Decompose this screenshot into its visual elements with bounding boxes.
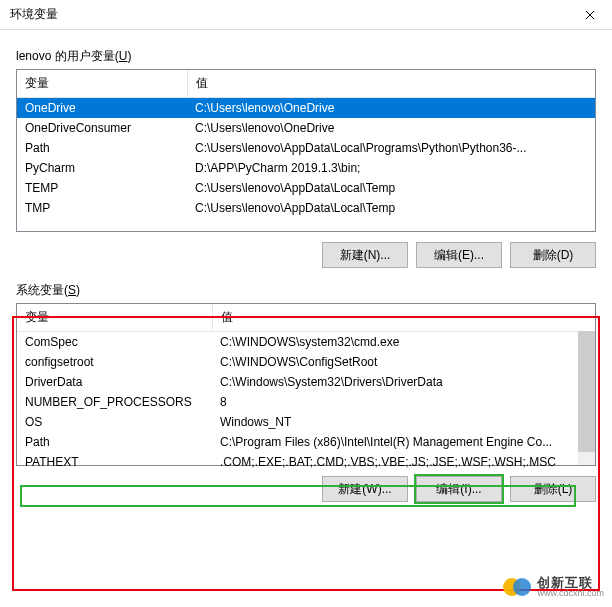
system-delete-button[interactable]: 删除(L) <box>510 476 596 502</box>
col-variable[interactable]: 变量 <box>17 304 212 332</box>
cell-variable: OneDrive <box>17 98 187 119</box>
close-button[interactable] <box>567 0 612 30</box>
cell-value: C:\Windows\System32\Drivers\DriverData <box>212 372 595 392</box>
table-row[interactable]: PathC:\Users\lenovo\AppData\Local\Progra… <box>17 138 595 158</box>
cell-value: C:\Users\lenovo\AppData\Local\Temp <box>187 178 595 198</box>
cell-variable: OS <box>17 412 212 432</box>
system-buttons: 新建(W)... 编辑(I)... 删除(L) <box>16 466 596 508</box>
cell-value: Windows_NT <box>212 412 595 432</box>
cell-variable: OneDriveConsumer <box>17 118 187 138</box>
cell-variable: TMP <box>17 198 187 218</box>
cell-value: C:\Users\lenovo\OneDrive <box>187 98 595 119</box>
table-row[interactable]: PathC:\Program Files (x86)\Intel\Intel(R… <box>17 432 595 452</box>
table-row[interactable]: TEMPC:\Users\lenovo\AppData\Local\Temp <box>17 178 595 198</box>
cell-variable: Path <box>17 138 187 158</box>
titlebar: 环境变量 <box>0 0 612 30</box>
cell-value: 8 <box>212 392 595 412</box>
table-row[interactable]: ComSpecC:\WINDOWS\system32\cmd.exe <box>17 332 595 353</box>
system-vars-table[interactable]: 变量 值 ComSpecC:\WINDOWS\system32\cmd.exec… <box>16 303 596 466</box>
watermark: 创新互联 www.cdcxhl.com <box>503 573 604 601</box>
user-buttons: 新建(N)... 编辑(E)... 删除(D) <box>16 232 596 274</box>
table-row[interactable]: DriverDataC:\Windows\System32\Drivers\Dr… <box>17 372 595 392</box>
cell-value: C:\WINDOWS\system32\cmd.exe <box>212 332 595 353</box>
cell-value: .COM;.EXE;.BAT;.CMD;.VBS;.VBE;.JS;.JSE;.… <box>212 452 595 472</box>
scrollbar-thumb[interactable] <box>578 331 595 452</box>
scrollbar-vertical[interactable] <box>578 331 595 465</box>
watermark-url: www.cdcxhl.com <box>537 589 604 598</box>
user-edit-button[interactable]: 编辑(E)... <box>416 242 502 268</box>
cell-variable: PATHEXT <box>17 452 212 472</box>
cell-variable: DriverData <box>17 372 212 392</box>
cell-variable: Path <box>17 432 212 452</box>
env-vars-dialog: 环境变量 lenovo 的用户变量(U) 变量 值 OneDriveC:\Use… <box>0 0 612 607</box>
col-value[interactable]: 值 <box>212 304 595 332</box>
cell-value: C:\Users\lenovo\OneDrive <box>187 118 595 138</box>
table-row[interactable]: OneDriveC:\Users\lenovo\OneDrive <box>17 98 595 119</box>
user-vars-label: lenovo 的用户变量(U) <box>16 48 596 65</box>
table-row[interactable]: PyCharmD:\APP\PyCharm 2019.1.3\bin; <box>17 158 595 178</box>
col-value[interactable]: 值 <box>187 70 595 98</box>
table-row[interactable]: OneDriveConsumerC:\Users\lenovo\OneDrive <box>17 118 595 138</box>
close-icon <box>585 10 595 20</box>
cell-variable: ComSpec <box>17 332 212 353</box>
cell-value: C:\WINDOWS\ConfigSetRoot <box>212 352 595 372</box>
table-row[interactable]: TMPC:\Users\lenovo\AppData\Local\Temp <box>17 198 595 218</box>
user-delete-button[interactable]: 删除(D) <box>510 242 596 268</box>
watermark-text: 创新互联 <box>537 576 604 589</box>
system-edit-button[interactable]: 编辑(I)... <box>416 476 502 502</box>
table-row[interactable]: NUMBER_OF_PROCESSORS8 <box>17 392 595 412</box>
watermark-logo-icon <box>503 573 531 601</box>
system-vars-label: 系统变量(S) <box>16 282 596 299</box>
table-row[interactable]: configsetrootC:\WINDOWS\ConfigSetRoot <box>17 352 595 372</box>
cell-value: C:\Users\lenovo\AppData\Local\Temp <box>187 198 595 218</box>
cell-variable: TEMP <box>17 178 187 198</box>
user-new-button[interactable]: 新建(N)... <box>322 242 408 268</box>
system-new-button[interactable]: 新建(W)... <box>322 476 408 502</box>
cell-value: C:\Program Files (x86)\Intel\Intel(R) Ma… <box>212 432 595 452</box>
cell-variable: NUMBER_OF_PROCESSORS <box>17 392 212 412</box>
dialog-content: lenovo 的用户变量(U) 变量 值 OneDriveC:\Users\le… <box>0 30 612 508</box>
table-row[interactable]: OSWindows_NT <box>17 412 595 432</box>
window-title: 环境变量 <box>10 6 58 23</box>
table-row[interactable]: PATHEXT.COM;.EXE;.BAT;.CMD;.VBS;.VBE;.JS… <box>17 452 595 472</box>
cell-value: C:\Users\lenovo\AppData\Local\Programs\P… <box>187 138 595 158</box>
cell-value: D:\APP\PyCharm 2019.1.3\bin; <box>187 158 595 178</box>
cell-variable: PyCharm <box>17 158 187 178</box>
col-variable[interactable]: 变量 <box>17 70 187 98</box>
user-vars-table[interactable]: 变量 值 OneDriveC:\Users\lenovo\OneDriveOne… <box>16 69 596 232</box>
cell-variable: configsetroot <box>17 352 212 372</box>
